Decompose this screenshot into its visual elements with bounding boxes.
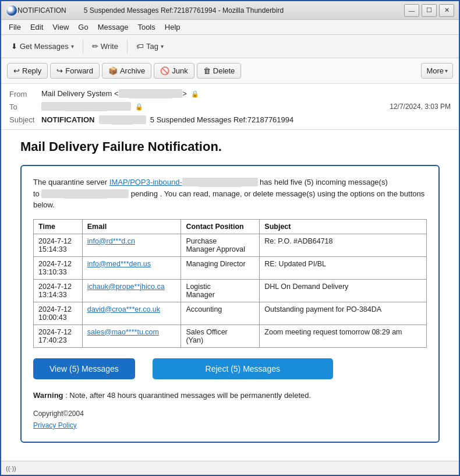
cell-subject: Zoom meeting request tomorrow 08:29 am (260, 325, 427, 347)
archive-button[interactable]: 📦 Archive (102, 63, 151, 79)
privacy-link[interactable]: Privacy Policy (33, 421, 77, 429)
cell-email[interactable]: info@rd***d.cn (82, 234, 181, 256)
from-lock-icon: 🔒 (191, 90, 199, 98)
subject-bold: NOTIFICATION (41, 115, 94, 124)
reply-label: Reply (22, 66, 41, 75)
menu-help[interactable]: Help (161, 21, 185, 33)
cell-time: 2024-7-12 10:00:43 (34, 302, 83, 325)
intro-text-3: to (33, 189, 41, 198)
view-messages-button[interactable]: View (5) Messages (33, 358, 135, 379)
cell-email[interactable]: info@med***den.us (82, 256, 181, 279)
email-link[interactable]: info@med***den.us (87, 260, 151, 268)
menu-edit[interactable]: Edit (26, 21, 47, 33)
col-position: Contact Position (181, 219, 260, 234)
footer-privacy: Privacy Policy (33, 419, 427, 431)
junk-button[interactable]: 🚫 Junk (154, 63, 194, 79)
email-link[interactable]: ichauk@prope**jhico.ca (87, 283, 165, 291)
menu-go[interactable]: Go (74, 21, 92, 33)
cell-email[interactable]: ichauk@prope**jhico.ca (82, 279, 181, 302)
delete-icon: 🗑 (203, 66, 211, 75)
email-link[interactable]: sales@mao****tu.com (87, 328, 159, 336)
table-row: 2024-7-12 17:40:23sales@mao****tu.comSal… (34, 325, 427, 347)
from-value: Mail Delivery System <████████> 🔒 (41, 89, 451, 98)
email-header: From Mail Delivery System <████████> 🔒 T… (1, 84, 459, 130)
cell-subject: Outstanding payment for PO-384DA (260, 302, 427, 325)
title-bar: NOTIFICATION 5 Suspended Messages Ref:72… (1, 1, 459, 20)
get-messages-label: Get Messages (20, 42, 69, 51)
warning-text: : Note, after 48 hours quarantined messa… (63, 391, 312, 400)
more-label: More (426, 66, 444, 75)
to-value: ████████ 🔒 (41, 102, 384, 111)
intro-link[interactable]: IMAP/POP3-inbound-████████ (109, 178, 258, 186)
subject-rest: 5 Suspended Messages Ref:72187761994 (150, 115, 293, 124)
cell-position: Logistic Manager (181, 279, 260, 302)
close-button[interactable]: ✕ (439, 4, 454, 17)
intro-text-1: The quarantine server (33, 178, 109, 186)
cell-subject: RE: Updated PI/BL (260, 256, 427, 279)
subject-row: Subject NOTIFICATION ████ 5 Suspended Me… (9, 113, 451, 126)
toolbar-divider-1 (83, 40, 83, 54)
cell-position: Sales Officer (Yan) (181, 325, 260, 347)
cell-time: 2024-7-12 13:10:33 (34, 256, 83, 279)
warning-label: Warning (33, 391, 63, 400)
junk-label: Junk (172, 66, 187, 75)
phish-buttons: View (5) Messages Reject (5) Messages (33, 358, 427, 379)
junk-icon: 🚫 (160, 66, 169, 75)
table-row: 2024-7-12 13:14:33ichauk@prope**jhico.ca… (34, 279, 427, 302)
get-messages-dropdown-icon: ▾ (71, 43, 74, 50)
reject-messages-button[interactable]: Reject (5) Messages (153, 358, 333, 379)
table-row: 2024-7-12 13:10:33info@med***den.usManag… (34, 256, 427, 279)
get-messages-button[interactable]: ⬇ Get Messages ▾ (6, 39, 79, 54)
cell-email[interactable]: david@croa***er.co.uk (82, 302, 181, 325)
cell-email[interactable]: sales@mao****tu.com (82, 325, 181, 347)
menu-bar: File Edit View Go Message Tools Help (1, 20, 459, 35)
toolbar: ⬇ Get Messages ▾ ✏ Write 🏷 Tag ▾ (1, 35, 459, 58)
get-messages-icon: ⬇ (11, 42, 17, 51)
from-row: From Mail Delivery System <████████> 🔒 (9, 87, 451, 100)
table-row: 2024-7-12 10:00:43david@croa***er.co.ukA… (34, 302, 427, 325)
phish-intro: The quarantine server IMAP/POP3-inbound-… (33, 177, 427, 211)
from-text: Mail Delivery System <████████> (41, 89, 187, 98)
cell-subject: Re: P.O. #ADB64718 (260, 234, 427, 256)
cell-position: Accounting (181, 302, 260, 325)
reply-button[interactable]: ↩ Reply (7, 63, 48, 79)
more-button[interactable]: More ▾ (421, 63, 453, 79)
forward-label: Forward (65, 66, 93, 75)
action-bar: ↩ Reply ↪ Forward 📦 Archive 🚫 Junk 🗑 Del… (1, 58, 459, 84)
menu-message[interactable]: Message (94, 21, 133, 33)
app-logo (6, 5, 17, 16)
phish-title: Mail Delivery Failure Notification. (20, 139, 440, 154)
archive-icon: 📦 (108, 66, 118, 75)
phish-content: Mail Delivery Failure Notification. The … (20, 139, 440, 443)
delete-button[interactable]: 🗑 Delete (197, 63, 242, 79)
window-controls: — ☐ ✕ (404, 4, 454, 17)
email-body: Mail Delivery Failure Notification. The … (1, 130, 459, 461)
wifi-icon: ((·)) (6, 465, 16, 472)
menu-file[interactable]: File (5, 21, 25, 33)
menu-view[interactable]: View (48, 21, 73, 33)
table-row: 2024-7-12 15:14:33info@rd***d.cnPurchase… (34, 234, 427, 256)
maximize-button[interactable]: ☐ (422, 4, 437, 17)
forward-button[interactable]: ↪ Forward (50, 63, 100, 79)
write-button[interactable]: ✏ Write (87, 39, 123, 54)
status-bar: ((·)) (1, 461, 459, 475)
subject-label: Subject (9, 115, 41, 124)
cell-position: Purchase Manager Approval (181, 234, 260, 256)
tag-icon: 🏷 (136, 42, 144, 51)
email-link[interactable]: david@croa***er.co.uk (87, 305, 160, 313)
write-label: Write (101, 42, 118, 51)
title-notification: NOTIFICATION (17, 6, 66, 15)
col-time: Time (34, 219, 83, 234)
tag-label: Tag (146, 42, 158, 51)
write-icon: ✏ (92, 42, 98, 51)
cell-time: 2024-7-12 17:40:23 (34, 325, 83, 347)
archive-label: Archive (120, 66, 145, 75)
title-main: 5 Suspended Messages Ref:72187761994 - M… (84, 6, 284, 15)
cell-time: 2024-7-12 13:14:33 (34, 279, 83, 302)
tag-button[interactable]: 🏷 Tag ▾ (131, 39, 169, 54)
menu-tools[interactable]: Tools (133, 21, 159, 33)
title-bar-text: NOTIFICATION 5 Suspended Messages Ref:72… (17, 6, 404, 15)
email-link[interactable]: info@rd***d.cn (87, 237, 135, 245)
messages-table: Time Email Contact Position Subject 2024… (33, 219, 427, 348)
minimize-button[interactable]: — (404, 4, 419, 17)
